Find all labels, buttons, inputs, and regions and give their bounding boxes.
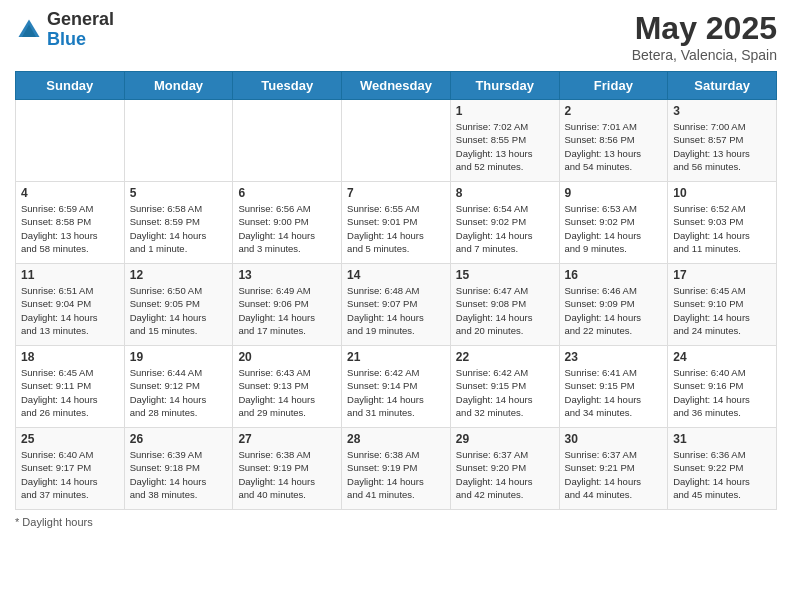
calendar-cell: 3Sunrise: 7:00 AM Sunset: 8:57 PM Daylig…: [668, 100, 777, 182]
day-info: Sunrise: 7:00 AM Sunset: 8:57 PM Dayligh…: [673, 120, 771, 173]
day-number: 9: [565, 186, 663, 200]
day-info: Sunrise: 6:47 AM Sunset: 9:08 PM Dayligh…: [456, 284, 554, 337]
day-number: 31: [673, 432, 771, 446]
day-info: Sunrise: 6:58 AM Sunset: 8:59 PM Dayligh…: [130, 202, 228, 255]
day-number: 8: [456, 186, 554, 200]
calendar-cell: 8Sunrise: 6:54 AM Sunset: 9:02 PM Daylig…: [450, 182, 559, 264]
day-number: 30: [565, 432, 663, 446]
day-number: 14: [347, 268, 445, 282]
calendar-cell: 23Sunrise: 6:41 AM Sunset: 9:15 PM Dayli…: [559, 346, 668, 428]
day-info: Sunrise: 7:02 AM Sunset: 8:55 PM Dayligh…: [456, 120, 554, 173]
day-info: Sunrise: 6:37 AM Sunset: 9:21 PM Dayligh…: [565, 448, 663, 501]
calendar-cell: 30Sunrise: 6:37 AM Sunset: 9:21 PM Dayli…: [559, 428, 668, 510]
day-number: 28: [347, 432, 445, 446]
calendar-week-3: 11Sunrise: 6:51 AM Sunset: 9:04 PM Dayli…: [16, 264, 777, 346]
logo-general: General: [47, 9, 114, 29]
day-number: 23: [565, 350, 663, 364]
day-info: Sunrise: 6:55 AM Sunset: 9:01 PM Dayligh…: [347, 202, 445, 255]
day-info: Sunrise: 6:59 AM Sunset: 8:58 PM Dayligh…: [21, 202, 119, 255]
day-number: 13: [238, 268, 336, 282]
calendar-cell: 18Sunrise: 6:45 AM Sunset: 9:11 PM Dayli…: [16, 346, 125, 428]
location: Betera, Valencia, Spain: [632, 47, 777, 63]
calendar-cell: 17Sunrise: 6:45 AM Sunset: 9:10 PM Dayli…: [668, 264, 777, 346]
calendar-cell: 11Sunrise: 6:51 AM Sunset: 9:04 PM Dayli…: [16, 264, 125, 346]
day-number: 19: [130, 350, 228, 364]
day-info: Sunrise: 6:40 AM Sunset: 9:16 PM Dayligh…: [673, 366, 771, 419]
calendar-cell: 9Sunrise: 6:53 AM Sunset: 9:02 PM Daylig…: [559, 182, 668, 264]
calendar-header-row: SundayMondayTuesdayWednesdayThursdayFrid…: [16, 72, 777, 100]
day-number: 2: [565, 104, 663, 118]
day-info: Sunrise: 6:56 AM Sunset: 9:00 PM Dayligh…: [238, 202, 336, 255]
day-header-monday: Monday: [124, 72, 233, 100]
day-info: Sunrise: 6:42 AM Sunset: 9:15 PM Dayligh…: [456, 366, 554, 419]
day-info: Sunrise: 6:53 AM Sunset: 9:02 PM Dayligh…: [565, 202, 663, 255]
day-number: 29: [456, 432, 554, 446]
day-info: Sunrise: 6:45 AM Sunset: 9:11 PM Dayligh…: [21, 366, 119, 419]
day-number: 20: [238, 350, 336, 364]
day-number: 12: [130, 268, 228, 282]
day-number: 15: [456, 268, 554, 282]
calendar-cell: 24Sunrise: 6:40 AM Sunset: 9:16 PM Dayli…: [668, 346, 777, 428]
day-info: Sunrise: 6:40 AM Sunset: 9:17 PM Dayligh…: [21, 448, 119, 501]
day-number: 26: [130, 432, 228, 446]
calendar-cell: 19Sunrise: 6:44 AM Sunset: 9:12 PM Dayli…: [124, 346, 233, 428]
calendar-cell: 29Sunrise: 6:37 AM Sunset: 9:20 PM Dayli…: [450, 428, 559, 510]
logo-icon: [15, 16, 43, 44]
calendar-table: SundayMondayTuesdayWednesdayThursdayFrid…: [15, 71, 777, 510]
calendar-cell: 12Sunrise: 6:50 AM Sunset: 9:05 PM Dayli…: [124, 264, 233, 346]
calendar-week-5: 25Sunrise: 6:40 AM Sunset: 9:17 PM Dayli…: [16, 428, 777, 510]
day-header-thursday: Thursday: [450, 72, 559, 100]
calendar-cell: 6Sunrise: 6:56 AM Sunset: 9:00 PM Daylig…: [233, 182, 342, 264]
day-number: 21: [347, 350, 445, 364]
logo: General Blue: [15, 10, 114, 50]
calendar-cell: 10Sunrise: 6:52 AM Sunset: 9:03 PM Dayli…: [668, 182, 777, 264]
day-header-saturday: Saturday: [668, 72, 777, 100]
day-number: 1: [456, 104, 554, 118]
calendar-cell: 21Sunrise: 6:42 AM Sunset: 9:14 PM Dayli…: [342, 346, 451, 428]
day-info: Sunrise: 6:49 AM Sunset: 9:06 PM Dayligh…: [238, 284, 336, 337]
logo-text: General Blue: [47, 10, 114, 50]
footer-note: * Daylight hours: [15, 516, 777, 528]
day-info: Sunrise: 6:45 AM Sunset: 9:10 PM Dayligh…: [673, 284, 771, 337]
calendar-cell: 5Sunrise: 6:58 AM Sunset: 8:59 PM Daylig…: [124, 182, 233, 264]
day-number: 24: [673, 350, 771, 364]
calendar-cell: 28Sunrise: 6:38 AM Sunset: 9:19 PM Dayli…: [342, 428, 451, 510]
day-number: 5: [130, 186, 228, 200]
calendar-week-4: 18Sunrise: 6:45 AM Sunset: 9:11 PM Dayli…: [16, 346, 777, 428]
calendar-cell: 1Sunrise: 7:02 AM Sunset: 8:55 PM Daylig…: [450, 100, 559, 182]
day-info: Sunrise: 6:52 AM Sunset: 9:03 PM Dayligh…: [673, 202, 771, 255]
calendar-cell: 16Sunrise: 6:46 AM Sunset: 9:09 PM Dayli…: [559, 264, 668, 346]
day-header-friday: Friday: [559, 72, 668, 100]
calendar-cell: 31Sunrise: 6:36 AM Sunset: 9:22 PM Dayli…: [668, 428, 777, 510]
calendar-cell: [233, 100, 342, 182]
calendar-week-2: 4Sunrise: 6:59 AM Sunset: 8:58 PM Daylig…: [16, 182, 777, 264]
calendar-week-1: 1Sunrise: 7:02 AM Sunset: 8:55 PM Daylig…: [16, 100, 777, 182]
day-number: 22: [456, 350, 554, 364]
day-number: 18: [21, 350, 119, 364]
day-info: Sunrise: 6:50 AM Sunset: 9:05 PM Dayligh…: [130, 284, 228, 337]
day-info: Sunrise: 6:44 AM Sunset: 9:12 PM Dayligh…: [130, 366, 228, 419]
calendar-cell: 2Sunrise: 7:01 AM Sunset: 8:56 PM Daylig…: [559, 100, 668, 182]
day-info: Sunrise: 6:37 AM Sunset: 9:20 PM Dayligh…: [456, 448, 554, 501]
day-info: Sunrise: 6:38 AM Sunset: 9:19 PM Dayligh…: [347, 448, 445, 501]
day-number: 11: [21, 268, 119, 282]
day-number: 3: [673, 104, 771, 118]
day-number: 27: [238, 432, 336, 446]
calendar-cell: 20Sunrise: 6:43 AM Sunset: 9:13 PM Dayli…: [233, 346, 342, 428]
day-number: 25: [21, 432, 119, 446]
calendar-cell: 27Sunrise: 6:38 AM Sunset: 9:19 PM Dayli…: [233, 428, 342, 510]
day-number: 4: [21, 186, 119, 200]
calendar-cell: [124, 100, 233, 182]
calendar-cell: 14Sunrise: 6:48 AM Sunset: 9:07 PM Dayli…: [342, 264, 451, 346]
day-info: Sunrise: 6:48 AM Sunset: 9:07 PM Dayligh…: [347, 284, 445, 337]
calendar-cell: 13Sunrise: 6:49 AM Sunset: 9:06 PM Dayli…: [233, 264, 342, 346]
day-header-wednesday: Wednesday: [342, 72, 451, 100]
day-header-tuesday: Tuesday: [233, 72, 342, 100]
day-info: Sunrise: 6:43 AM Sunset: 9:13 PM Dayligh…: [238, 366, 336, 419]
month-title: May 2025: [632, 10, 777, 47]
day-number: 10: [673, 186, 771, 200]
calendar-cell: 22Sunrise: 6:42 AM Sunset: 9:15 PM Dayli…: [450, 346, 559, 428]
calendar-cell: 7Sunrise: 6:55 AM Sunset: 9:01 PM Daylig…: [342, 182, 451, 264]
calendar-cell: 15Sunrise: 6:47 AM Sunset: 9:08 PM Dayli…: [450, 264, 559, 346]
calendar-cell: 25Sunrise: 6:40 AM Sunset: 9:17 PM Dayli…: [16, 428, 125, 510]
